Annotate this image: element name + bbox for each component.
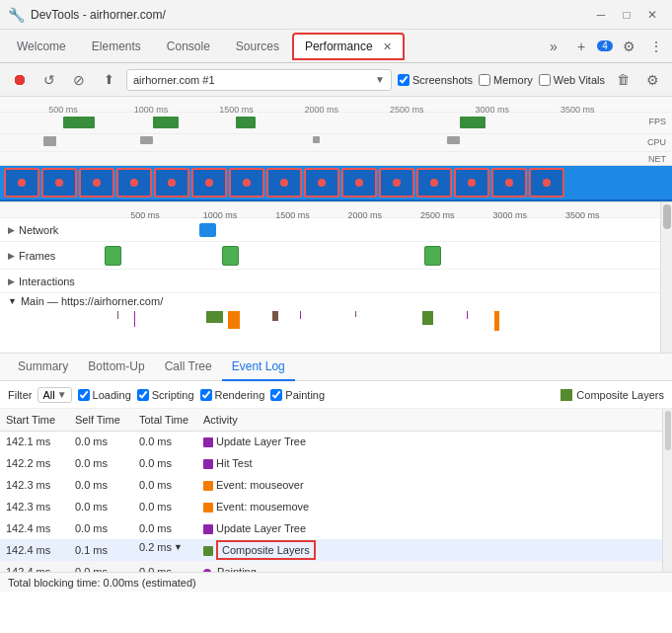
start-time: 142.1 ms	[0, 431, 69, 452]
composite-color-swatch	[560, 389, 572, 401]
tab-console[interactable]: Console	[154, 33, 223, 60]
notification-badge: 4	[597, 40, 613, 51]
tab-welcome-label: Welcome	[17, 40, 66, 53]
painting-filter[interactable]: Painting	[270, 389, 325, 401]
loading-filter[interactable]: Loading	[78, 389, 131, 401]
delete-button[interactable]: 🗑	[611, 68, 635, 92]
screenshot-thumb	[79, 168, 114, 198]
table-row[interactable]: 142.4 ms 0.0 ms 0.0 ms Update Layer Tree	[0, 517, 672, 539]
screenshot-thumb	[491, 168, 527, 198]
activity: Hit Test	[197, 452, 672, 474]
tab-event-log[interactable]: Event Log	[222, 354, 295, 381]
status-bar: Total blocking time: 0.00ms (estimated)	[0, 572, 672, 592]
total-time: 0.0 ms	[133, 452, 197, 474]
header-total-time[interactable]: Total Time	[133, 409, 197, 431]
timeline-ruler: 500 ms 1000 ms 1500 ms 2000 ms 2500 ms 3…	[0, 97, 672, 113]
activity: Event: mousemove	[197, 496, 672, 517]
self-time: 0.1 ms	[69, 539, 133, 561]
screenshots-checkbox[interactable]: Screenshots	[398, 74, 473, 86]
self-time: 0.0 ms	[69, 561, 133, 572]
add-tab-button[interactable]: +	[569, 35, 593, 58]
frames-track-label[interactable]: ▶ Frames	[0, 250, 99, 262]
timeline-overview: 500 ms 1000 ms 1500 ms 2000 ms 2500 ms 3…	[0, 97, 672, 202]
table-row[interactable]: 142.1 ms 0.0 ms 0.0 ms Update Layer Tree	[0, 431, 672, 452]
tab-call-tree[interactable]: Call Tree	[155, 354, 222, 381]
customize-button[interactable]: ⋮	[644, 35, 668, 58]
web-vitals-checkbox[interactable]: Web Vitals	[539, 74, 605, 86]
activity-icon	[203, 524, 213, 534]
scripting-filter[interactable]: Scripting	[137, 389, 194, 401]
activity-icon	[203, 569, 211, 572]
rendering-filter[interactable]: Rendering	[200, 389, 265, 401]
record-button[interactable]: ⏺	[8, 68, 32, 92]
tab-summary[interactable]: Summary	[8, 354, 78, 381]
expand-icon[interactable]: ▼	[174, 542, 183, 552]
header-start-time[interactable]: Start Time	[0, 409, 69, 431]
screenshot-thumb	[229, 168, 264, 198]
upload-button[interactable]: ⬆	[97, 68, 120, 92]
tab-bottom-up[interactable]: Bottom-Up	[78, 354, 154, 381]
screenshot-thumb	[529, 168, 564, 198]
net-row: NET	[0, 152, 672, 166]
tab-elements-label: Elements	[92, 40, 141, 53]
activity-icon	[203, 481, 213, 491]
more-tabs-button[interactable]: »	[542, 35, 565, 58]
maximize-button[interactable]: □	[615, 6, 638, 24]
start-time: 142.3 ms	[0, 496, 69, 517]
total-time: 0.0 ms	[133, 474, 197, 496]
screenshot-thumb	[304, 168, 339, 198]
self-time: 0.0 ms	[69, 517, 133, 539]
screenshot-thumb	[379, 168, 414, 198]
window-controls: ─ □ ✕	[589, 6, 664, 24]
settings-button[interactable]: ⚙	[617, 35, 640, 58]
table-row[interactable]: 142.2 ms 0.0 ms 0.0 ms Hit Test	[0, 452, 672, 474]
table-row[interactable]: 142.3 ms 0.0 ms 0.0 ms Event: mousemove	[0, 496, 672, 517]
activity-icon	[203, 546, 213, 556]
status-text: Total blocking time: 0.00ms (estimated)	[8, 577, 196, 589]
filter-label: Filter	[8, 389, 32, 401]
total-time: 0.2 ms ▼	[133, 539, 197, 555]
timeline-scrollbar[interactable]	[660, 202, 672, 353]
url-text: airhorner.com #1	[133, 74, 371, 86]
screenshot-thumb	[154, 168, 189, 198]
toolbar: ⏺ ↺ ⊘ ⬆ airhorner.com #1 ▼ Screenshots M…	[0, 63, 672, 97]
performance-settings-button[interactable]: ⚙	[640, 68, 664, 92]
activity: Painting Painting	[197, 561, 672, 572]
frames-arrow: ▶	[8, 251, 15, 261]
table-row[interactable]: 142.3 ms 0.0 ms 0.0 ms Event: mouseover	[0, 474, 672, 496]
table-row-selected[interactable]: 142.4 ms 0.1 ms 0.2 ms ▼ Composite Layer…	[0, 539, 672, 561]
tab-performance-close[interactable]: ✕	[383, 40, 392, 53]
tab-elements[interactable]: Elements	[79, 33, 154, 60]
interactions-track-content	[99, 270, 660, 292]
title-bar: 🔧 DevTools - airhorner.com/ ─ □ ✕	[0, 0, 672, 30]
network-track-label[interactable]: ▶ Network	[0, 224, 99, 236]
tracks-ruler: 500 ms 1000 ms 1500 ms 2000 ms 2500 ms 3…	[0, 202, 660, 218]
reload-button[interactable]: ↺	[37, 68, 61, 92]
minimize-button[interactable]: ─	[589, 6, 613, 24]
screenshot-thumb	[341, 168, 377, 198]
clear-button[interactable]: ⊘	[67, 68, 91, 92]
main-track-label[interactable]: ▼ Main — https://airhorner.com/	[0, 293, 660, 309]
title-bar-title: DevTools - airhorner.com/	[31, 8, 589, 22]
interactions-track-label[interactable]: ▶ Interactions	[0, 276, 99, 287]
screenshot-thumb	[116, 168, 152, 198]
table-scrollbar[interactable]	[662, 409, 672, 572]
tab-performance[interactable]: Performance ✕	[292, 33, 405, 60]
start-time: 142.4 ms	[0, 561, 69, 572]
tab-sources[interactable]: Sources	[223, 33, 292, 60]
devtools-icon: 🔧	[8, 7, 25, 23]
table-row[interactable]: 142.4 ms 0.0 ms 0.0 ms Painting Painting	[0, 561, 672, 572]
activity: Update Layer Tree	[197, 431, 672, 452]
header-activity[interactable]: Activity	[197, 409, 672, 431]
activity: Update Layer Tree	[197, 517, 672, 539]
screenshot-thumb	[266, 168, 302, 198]
tab-welcome[interactable]: Welcome	[4, 33, 79, 60]
header-self-time[interactable]: Self Time	[69, 409, 133, 431]
network-track-content	[99, 218, 660, 242]
url-dropdown-icon[interactable]: ▼	[375, 74, 385, 85]
close-button[interactable]: ✕	[640, 6, 664, 24]
start-time: 142.4 ms	[0, 539, 69, 561]
memory-checkbox[interactable]: Memory	[479, 74, 533, 86]
total-time: 0.0 ms	[133, 561, 197, 572]
filter-select[interactable]: All ▼	[37, 387, 71, 403]
